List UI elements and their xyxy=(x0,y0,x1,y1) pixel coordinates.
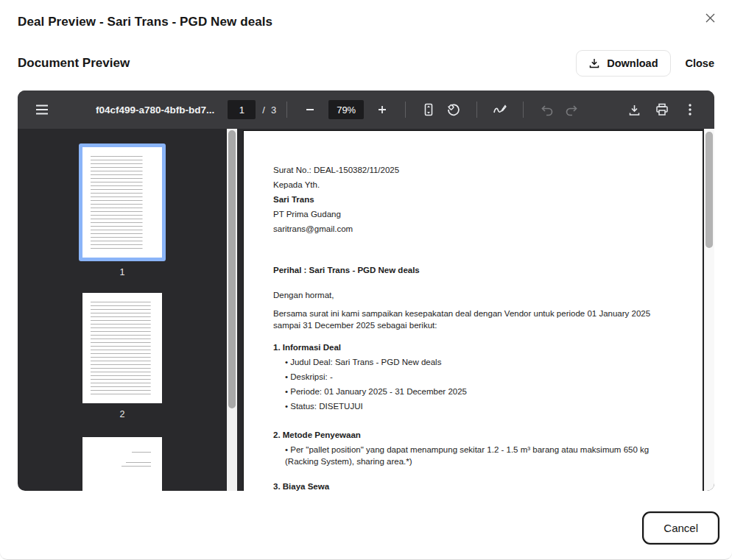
toolbar-divider xyxy=(476,102,477,118)
doc-line: Sari Trans xyxy=(273,192,673,207)
zoom-level-input[interactable]: 79% xyxy=(328,100,364,119)
thumbnail-2-label: 2 xyxy=(120,409,125,419)
pdf-body: 1 2 xyxy=(18,129,714,491)
document-scrollbar[interactable] xyxy=(704,129,714,491)
print-icon[interactable] xyxy=(650,97,675,122)
doc-line: • Per "pallet position" yang dapat menam… xyxy=(273,444,671,467)
page-separator: / xyxy=(262,104,265,116)
deal-preview-modal: Deal Preview - Sari Trans - PGD New deal… xyxy=(0,0,732,560)
doc-line: Perihal : Sari Trans - PGD New deals xyxy=(273,263,673,277)
doc-line: • Judul Deal: Sari Trans - PGD New deals xyxy=(273,355,673,369)
doc-line: Bersama surat ini kami sampaikan kesepak… xyxy=(273,307,673,333)
document-area: Surat No.: DEAL-150382/11/2025 Kepada Yt… xyxy=(227,129,714,491)
menu-icon[interactable] xyxy=(29,97,54,122)
doc-line: 2. Metode Penyewaan xyxy=(273,428,673,442)
cancel-button[interactable]: Cancel xyxy=(644,513,718,543)
doc-line: • Periode: 01 January 2025 - 31 December… xyxy=(273,384,673,399)
doc-line: • Deskripsi: - xyxy=(273,369,673,384)
toolbar-divider xyxy=(523,102,524,118)
page-number-input[interactable]: 1 xyxy=(228,100,256,119)
toolbar-divider xyxy=(405,102,406,118)
zoom-in-icon[interactable] xyxy=(370,97,395,122)
toolbar-divider xyxy=(286,102,287,118)
redo-icon[interactable] xyxy=(559,97,584,122)
doc-line: Dengan hormat, xyxy=(273,288,673,302)
doc-line: Kepada Yth. xyxy=(273,177,673,192)
annotate-icon[interactable] xyxy=(488,97,513,122)
download-button-label: Download xyxy=(607,57,658,69)
thumbnail-1-label: 1 xyxy=(120,267,125,277)
thumbnail-1-content xyxy=(91,156,154,249)
rotate-ccw-icon[interactable] xyxy=(441,97,466,122)
preview-bar: Document Preview Download Close xyxy=(18,49,714,78)
doc-line: 1. Informasi Deal xyxy=(273,340,673,355)
zoom-out-icon[interactable] xyxy=(298,97,323,122)
pdf-filename: f04cf499-a780-4bfb-bd7... xyxy=(96,104,214,116)
doc-line: PT Prima Gudang xyxy=(273,207,673,221)
thumbnail-panel: 1 2 xyxy=(18,129,227,491)
thumbnail-page-1[interactable] xyxy=(79,143,166,261)
doc-line: Surat No.: DEAL-150382/11/2025 xyxy=(273,163,673,177)
thumbnail-2-content xyxy=(91,302,154,394)
doc-line: saritrans@gmail.com xyxy=(273,221,673,236)
close-icon[interactable] xyxy=(700,7,720,28)
more-options-icon[interactable] xyxy=(678,97,703,122)
download-icon xyxy=(588,57,600,69)
thumbnail-page-3[interactable] xyxy=(82,437,162,491)
doc-line: 3. Biaya Sewa xyxy=(273,479,673,491)
undo-icon[interactable] xyxy=(534,97,559,122)
document-page-1: Surat No.: DEAL-150382/11/2025 Kepada Yt… xyxy=(243,130,703,491)
pdf-toolbar: f04cf499-a780-4bfb-bd7... 1 / 3 79% xyxy=(18,91,714,129)
download-button[interactable]: Download xyxy=(576,50,670,77)
page-title: Document Preview xyxy=(18,56,130,71)
page-count: 3 xyxy=(271,104,276,116)
close-button[interactable]: Close xyxy=(686,57,715,69)
pdf-viewer: f04cf499-a780-4bfb-bd7... 1 / 3 79% xyxy=(18,91,714,491)
thumbnail-page-2[interactable] xyxy=(82,293,162,403)
thumbnail-3-content xyxy=(91,446,154,491)
modal-title: Deal Preview - Sari Trans - PGD New deal… xyxy=(18,15,272,29)
download-pdf-icon[interactable] xyxy=(622,97,647,122)
doc-line: • Status: DISETUJUI xyxy=(273,399,673,414)
document-scrollbar-thumb[interactable] xyxy=(705,132,713,248)
fit-to-page-icon[interactable] xyxy=(416,97,441,122)
